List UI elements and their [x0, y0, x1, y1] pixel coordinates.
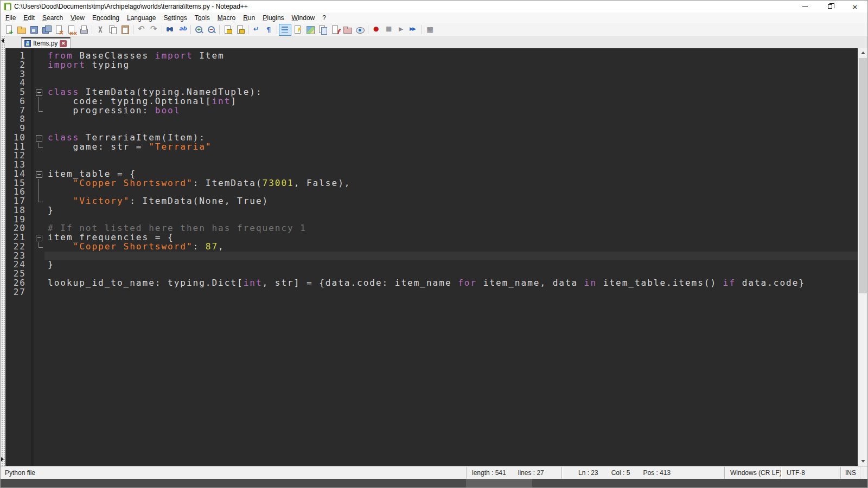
editor-region: 1from BaseClasses import Item2import typ… [1, 48, 867, 466]
code-line-12[interactable]: 12 [5, 151, 858, 160]
code-line-8[interactable]: 8 [5, 115, 858, 124]
menu-item-search[interactable]: Search [39, 13, 67, 23]
paste-button[interactable] [119, 24, 131, 36]
line-number: 22 [5, 242, 31, 252]
code-line-2[interactable]: 2import typing [5, 61, 858, 70]
code-line-15[interactable]: 15 "Copper Shortsword": ItemData(73001, … [5, 179, 858, 188]
document-map-button[interactable] [304, 24, 316, 36]
code-line-7[interactable]: 7 progression: bool [5, 106, 858, 115]
status-typing-mode[interactable]: INS [840, 467, 860, 479]
print-button[interactable] [78, 24, 90, 36]
window-title: C:\Users\Dood\Documents\tmp\Archipelago\… [14, 3, 248, 10]
scroll-up-button[interactable] [858, 48, 867, 57]
sync-horizontal-button[interactable] [234, 24, 246, 36]
close-all-button[interactable] [65, 24, 78, 36]
monitoring-button[interactable] [354, 24, 366, 36]
fold-cell [34, 160, 44, 170]
toolbar-separator [277, 25, 277, 34]
tab-items-py[interactable]: Items.py ✕ [21, 37, 71, 48]
status-encoding[interactable]: UTF-8 [781, 467, 840, 479]
code-line-22[interactable]: 22 "Copper Shortsword": 87, [5, 242, 858, 252]
restore-button[interactable] [818, 1, 843, 12]
minimize-button[interactable] [793, 1, 818, 12]
menu-item-encoding[interactable]: Encoding [88, 13, 123, 23]
status-cursor-position: Ln : 23 Col : 5 Pos : 413 [561, 467, 724, 479]
close-button[interactable]: × [843, 1, 867, 12]
save-all-button[interactable] [40, 24, 53, 36]
sync-vertical-button[interactable] [221, 24, 234, 36]
playback-macro-button[interactable] [395, 24, 407, 36]
menu-item-settings[interactable]: Settings [159, 13, 190, 23]
show-indent-guide-button[interactable] [279, 24, 291, 36]
code-line-1[interactable]: 1from BaseClasses import Item [5, 52, 858, 61]
save-icon [29, 25, 39, 34]
scroll-down-button[interactable] [858, 457, 867, 466]
copy-button[interactable] [106, 24, 119, 36]
fold-marker[interactable] [34, 88, 44, 97]
menu-item-window[interactable]: Window [288, 13, 319, 23]
line-number: 5 [5, 88, 31, 97]
code-line-3[interactable]: 3 [5, 70, 858, 79]
zoom-in-button[interactable] [193, 24, 205, 36]
new-file-button[interactable] [3, 24, 15, 36]
run-macro-multiple-button[interactable] [407, 24, 420, 36]
menu-item-run[interactable]: Run [239, 13, 259, 23]
show-all-characters-button[interactable] [263, 24, 275, 36]
define-language-icon [293, 25, 302, 34]
fold-cell [34, 288, 44, 297]
close-file-button[interactable] [53, 24, 65, 36]
close-file-icon [54, 25, 63, 34]
menu-item-tools[interactable]: Tools [191, 13, 214, 23]
undo-button[interactable] [135, 24, 148, 36]
fold-cell [34, 206, 44, 215]
replace-button[interactable] [176, 24, 189, 36]
show-indent-guide-icon [280, 25, 290, 34]
menu-item-edit[interactable]: Edit [20, 13, 39, 23]
toolbar-separator [162, 25, 162, 34]
menu-item-file[interactable]: File [2, 13, 20, 23]
find-button[interactable] [164, 24, 176, 36]
menu-item-macro[interactable]: Macro [214, 13, 239, 23]
zoom-out-button[interactable] [205, 24, 218, 36]
function-list-button[interactable] [329, 24, 341, 36]
tab-close-icon[interactable]: ✕ [60, 40, 67, 47]
fold-cell [34, 252, 44, 261]
document-list-button[interactable] [316, 24, 329, 36]
collapse-left-icon [1, 38, 4, 43]
redo-button[interactable] [148, 24, 160, 36]
menu-item-help[interactable]: ? [318, 13, 330, 23]
record-macro-button[interactable] [370, 24, 382, 36]
word-wrap-button[interactable] [250, 24, 263, 36]
open-file-button[interactable] [15, 24, 28, 36]
code-line-26[interactable]: 26lookup_id_to_name: typing.Dict[int, st… [5, 279, 858, 288]
save-button[interactable] [28, 24, 40, 36]
menu-item-plugins[interactable]: Plugins [259, 13, 288, 23]
token-df: progression: [48, 105, 155, 115]
status-eol-format[interactable]: Windows (CR LF) [724, 467, 781, 479]
stop-recording-button[interactable] [382, 24, 395, 36]
define-language-button[interactable] [291, 24, 304, 36]
fold-marker[interactable] [34, 133, 44, 143]
code-line-11[interactable]: 11 game: str = "Terraria" [5, 143, 858, 152]
code-editor[interactable]: 1from BaseClasses import Item2import typ… [5, 48, 858, 466]
code-line-27[interactable]: 27 [5, 288, 858, 297]
arrow-up-icon [861, 52, 865, 54]
fold-marker[interactable] [34, 170, 44, 179]
folder-as-workspace-button[interactable] [341, 24, 354, 36]
code-line-24[interactable]: 24} [5, 260, 858, 269]
status-bar: Python file length : 541 lines : 27 Ln :… [1, 466, 867, 479]
menu-item-language[interactable]: Language [123, 13, 159, 23]
code-line-23[interactable]: 23 [5, 252, 858, 261]
menu-item-view[interactable]: View [67, 13, 88, 23]
fold-marker[interactable] [34, 233, 44, 242]
code-line-18[interactable]: 18} [5, 206, 858, 215]
window-controls: × [793, 1, 867, 12]
scrollbar-thumb[interactable] [859, 58, 867, 293]
fold-cell [34, 70, 44, 79]
fold-cell [34, 79, 44, 88]
save-macro-button[interactable] [424, 24, 436, 36]
vertical-scrollbar[interactable] [858, 48, 867, 466]
code-line-17[interactable]: 17 "Victory": ItemData(None, True) [5, 197, 858, 206]
cut-button[interactable] [94, 24, 106, 36]
docking-splitter[interactable] [1, 36, 5, 466]
